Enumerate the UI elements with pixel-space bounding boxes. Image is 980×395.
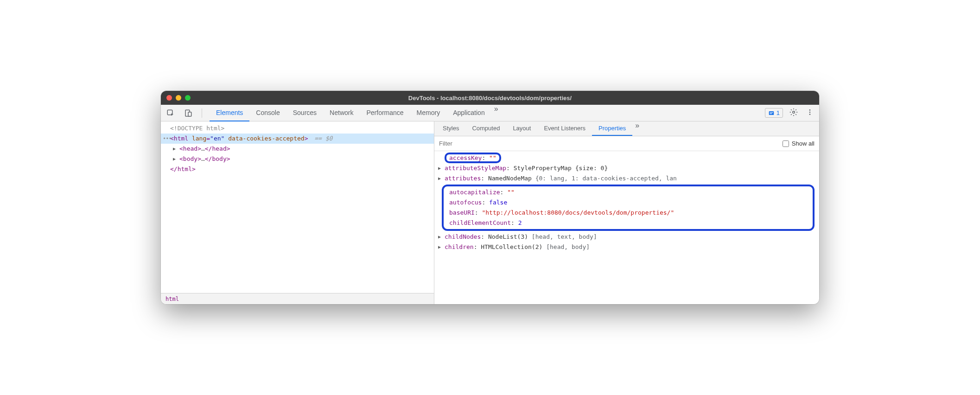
svg-point-9 [809,114,811,115]
svg-point-8 [809,111,811,113]
breadcrumb[interactable]: html [161,293,434,304]
minimize-window-button[interactable] [176,95,181,101]
prop-childnodes[interactable]: ▶ childNodes: NodeList(3) [head, text, b… [437,232,816,242]
prop-childelementcount[interactable]: childElementCount: 2 [446,218,810,228]
expand-triangle-icon[interactable]: ▶ [438,163,441,173]
side-tab-event-listeners[interactable]: Event Listeners [537,121,592,136]
html-close-line[interactable]: </html> [161,164,434,174]
side-tabs: Styles Computed Layout Event Listeners P… [434,121,819,136]
body-element-line[interactable]: ▶ <body>…</body> [161,154,434,164]
filter-input[interactable] [439,140,778,147]
dom-tree[interactable]: <!DOCTYPE html> ••• <html lang="en" data… [161,121,434,293]
titlebar: DevTools - localhost:8080/docs/devtools/… [161,91,819,105]
elements-panel: <!DOCTYPE html> ••• <html lang="en" data… [161,121,434,304]
selection-dots-icon: ••• [163,134,172,143]
more-tabs-chevron-icon[interactable]: » [491,105,501,121]
expand-triangle-icon[interactable]: ▶ [438,173,441,184]
main-tabs: Elements Console Sources Network Perform… [210,105,501,121]
show-all-label: Show all [792,140,815,147]
side-tab-styles[interactable]: Styles [436,121,465,136]
doctype-line[interactable]: <!DOCTYPE html> [161,123,434,134]
issues-badge[interactable]: 1 [765,108,783,118]
highlight-block: autocapitalize: "" autofocus: false base… [442,185,815,231]
prop-accesskey[interactable]: accessKey: "" [437,153,816,163]
more-side-tabs-chevron-icon[interactable]: » [632,121,642,136]
side-tab-properties[interactable]: Properties [592,121,632,136]
window-title: DevTools - localhost:8080/docs/devtools/… [161,95,819,102]
more-menu-vdots-icon[interactable] [804,108,815,118]
prop-autocapitalize[interactable]: autocapitalize: "" [446,187,810,198]
svg-rect-4 [770,112,773,113]
separator [202,108,202,118]
svg-rect-2 [188,112,191,116]
tab-elements[interactable]: Elements [210,105,249,121]
svg-rect-5 [770,113,772,114]
highlight-ring: accessKey: "" [445,153,501,163]
prop-baseuri[interactable]: baseURI: "http://localhost:8080/docs/dev… [446,208,810,218]
prop-children[interactable]: ▶ children: HTMLCollection(2) [head, bod… [437,242,816,252]
html-element-line[interactable]: ••• <html lang="en" data-cookies-accepte… [161,134,434,144]
tab-console[interactable]: Console [249,105,286,121]
close-window-button[interactable] [166,95,172,101]
expand-triangle-icon[interactable]: ▶ [173,144,176,153]
device-toolbar-icon[interactable] [182,107,194,119]
tab-application[interactable]: Application [446,105,491,121]
dollar-zero-indicator: == $0 [314,135,332,142]
tab-network[interactable]: Network [323,105,360,121]
svg-rect-3 [769,111,774,115]
prop-attributestylemap[interactable]: ▶ attributeStyleMap: StylePropertyMap {s… [437,163,816,173]
filter-row: Show all [434,136,819,151]
expand-triangle-icon[interactable]: ▶ [173,154,176,164]
tab-performance[interactable]: Performance [360,105,410,121]
sidebar-panel: Styles Computed Layout Event Listeners P… [434,121,819,304]
prop-autofocus[interactable]: autofocus: false [446,198,810,208]
main-toolbar: Elements Console Sources Network Perform… [161,105,819,121]
properties-list[interactable]: accessKey: "" ▶ attributeStyleMap: Style… [434,151,819,304]
maximize-window-button[interactable] [185,95,191,101]
head-element-line[interactable]: ▶ <head>…</head> [161,144,434,154]
side-tab-layout[interactable]: Layout [506,121,537,136]
expand-triangle-icon[interactable]: ▶ [438,232,441,242]
prop-attributes[interactable]: ▶ attributes: NamedNodeMap {0: lang, 1: … [437,173,816,184]
issues-count: 1 [776,109,780,116]
svg-point-6 [793,111,795,113]
settings-gear-icon[interactable] [788,108,800,118]
tab-memory[interactable]: Memory [410,105,447,121]
devtools-window: DevTools - localhost:8080/docs/devtools/… [161,91,819,304]
show-all-toggle[interactable]: Show all [783,140,815,147]
content-area: <!DOCTYPE html> ••• <html lang="en" data… [161,121,819,304]
traffic-lights [166,95,191,101]
expand-triangle-icon[interactable]: ▶ [438,242,441,252]
show-all-checkbox[interactable] [783,140,789,147]
tab-sources[interactable]: Sources [286,105,323,121]
side-tab-computed[interactable]: Computed [465,121,506,136]
svg-point-7 [809,109,811,111]
inspect-element-icon[interactable] [165,107,177,119]
